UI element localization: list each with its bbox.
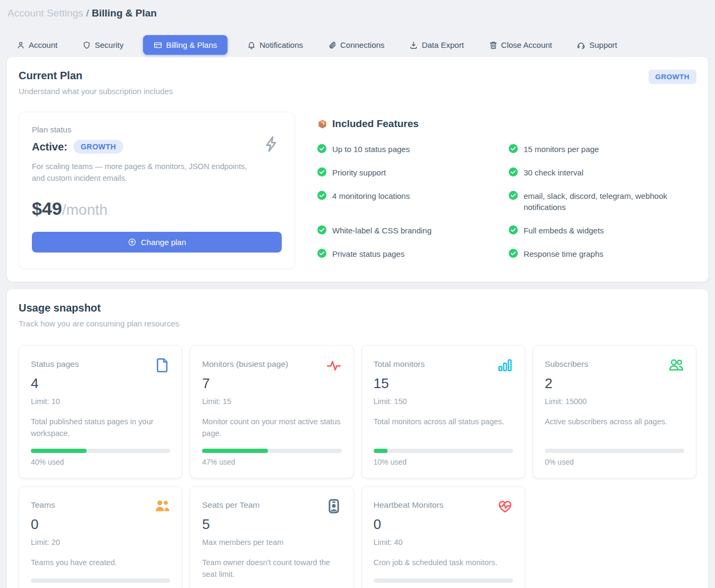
usage-card-value: 7 bbox=[202, 375, 341, 392]
tab-label: Connections bbox=[340, 40, 384, 49]
tab-account[interactable]: Account bbox=[16, 40, 57, 49]
feature-item: Priority support bbox=[317, 167, 493, 179]
usage-card-subscribers: Subscribers 2 Limit: 15000 Active subscr… bbox=[533, 345, 696, 479]
breadcrumb-separator: / bbox=[86, 7, 89, 19]
feature-item: White-label & CSS branding bbox=[317, 225, 493, 237]
check-circle-icon bbox=[317, 225, 326, 234]
usage-card-limit: Limit: 10 bbox=[31, 397, 170, 406]
tab-label: Data Export bbox=[422, 40, 464, 49]
page-title: Billing & Plan bbox=[91, 7, 156, 19]
usage-card-title: Heartbeat Monitors bbox=[374, 498, 444, 510]
feature-label: Up to 10 status pages bbox=[332, 144, 410, 155]
feature-label: 30 check interval bbox=[524, 167, 584, 179]
bar-chart-icon bbox=[497, 357, 513, 373]
check-circle-icon bbox=[509, 167, 518, 177]
feature-item: Full embeds & widgets bbox=[509, 225, 696, 237]
progress-track bbox=[545, 449, 684, 453]
usage-card-title: Teams bbox=[31, 498, 55, 510]
usage-card-description: Total monitors across all status pages. bbox=[374, 416, 513, 428]
tab-billing-plans[interactable]: Billing & Plans bbox=[143, 35, 228, 55]
progress-track bbox=[202, 449, 341, 453]
feature-label: White-label & CSS branding bbox=[332, 225, 432, 237]
change-plan-label: Change plan bbox=[141, 238, 186, 247]
badge-icon bbox=[326, 498, 342, 514]
current-plan-title: Current Plan bbox=[19, 70, 173, 82]
usage-card-limit: Limit: 15000 bbox=[545, 397, 684, 406]
check-circle-icon bbox=[509, 144, 518, 153]
check-circle-icon bbox=[509, 249, 518, 258]
breadcrumb: Account Settings / Billing & Plan bbox=[7, 6, 708, 19]
check-circle-icon bbox=[317, 167, 326, 177]
lightning-icon bbox=[263, 133, 281, 155]
plan-status-badge: GROWTH bbox=[73, 140, 124, 154]
person-icon bbox=[16, 41, 25, 49]
tab-support[interactable]: Support bbox=[577, 40, 617, 49]
feature-label: email, slack, discord, telegram, webhook… bbox=[524, 190, 696, 214]
feature-label: Full embeds & widgets bbox=[524, 225, 604, 237]
usage-card-title: Seats per Team bbox=[202, 498, 259, 510]
check-circle-icon bbox=[317, 249, 326, 258]
usage-card-monitors-busiest: Monitors (busiest page) 7 Limit: 15 Moni… bbox=[190, 345, 354, 479]
plan-badge: GROWTH bbox=[649, 70, 697, 84]
plan-status-value: Active: bbox=[32, 141, 68, 153]
circle-arrow-up-icon bbox=[128, 238, 137, 247]
usage-card-title: Subscribers bbox=[545, 357, 588, 369]
plan-status-label: Plan status bbox=[32, 125, 282, 134]
package-icon bbox=[317, 119, 327, 129]
people-outline-icon bbox=[668, 357, 684, 373]
feature-label: 15 monitors per page bbox=[524, 144, 599, 155]
tab-label: Notifications bbox=[259, 40, 303, 49]
usage-card-value: 0 bbox=[374, 516, 513, 533]
billing-page: Account Settings / Billing & Plan Accoun… bbox=[0, 0, 715, 588]
usage-card-heartbeat-monitors: Heartbeat Monitors 0 Limit: 40 Cron job … bbox=[361, 486, 525, 588]
usage-snapshot-panel: Usage snapshot Track how you are consumi… bbox=[7, 289, 708, 588]
link-icon bbox=[328, 41, 337, 49]
included-features: Included Features Up to 10 status pages … bbox=[317, 112, 696, 260]
usage-progress: 47% used bbox=[202, 439, 341, 466]
breadcrumb-section[interactable]: Account Settings bbox=[7, 7, 83, 19]
percent-used-label: 47% used bbox=[202, 458, 341, 466]
usage-progress: 0% used bbox=[374, 569, 513, 588]
usage-card-teams: Teams 0 Limit: 20 Teams you have created… bbox=[19, 486, 182, 588]
tab-notifications[interactable]: Notifications bbox=[247, 40, 303, 49]
usage-card-limit: Limit: 20 bbox=[31, 538, 170, 547]
usage-card-status-pages: Status pages 4 Limit: 10 Total published… bbox=[19, 345, 182, 479]
current-plan-panel: Current Plan Understand what your subscr… bbox=[7, 57, 708, 282]
change-plan-button[interactable]: Change plan bbox=[32, 232, 282, 253]
feature-label: Private status pages bbox=[332, 248, 405, 260]
people-filled-icon bbox=[154, 498, 170, 514]
usage-card-total-monitors: Total monitors 15 Limit: 150 Total monit… bbox=[361, 345, 525, 479]
tab-close-account[interactable]: Close Account bbox=[489, 40, 552, 49]
current-plan-subtitle: Understand what your subscription includ… bbox=[19, 87, 173, 96]
usage-progress: 0% used bbox=[31, 569, 170, 588]
usage-card-title: Status pages bbox=[31, 357, 79, 369]
feature-item: 30 check interval bbox=[509, 167, 696, 179]
activity-icon bbox=[326, 357, 342, 373]
tab-connections[interactable]: Connections bbox=[328, 40, 384, 49]
usage-card-description: Total published status pages in your wor… bbox=[31, 416, 170, 440]
tab-data-export[interactable]: Data Export bbox=[409, 40, 464, 49]
download-icon bbox=[409, 41, 418, 49]
check-circle-icon bbox=[509, 225, 518, 234]
usage-card-description: Cron job & scheduled task monitors. bbox=[374, 557, 513, 569]
tab-security[interactable]: Security bbox=[82, 40, 123, 49]
tab-label: Close Account bbox=[501, 40, 552, 49]
progress-track bbox=[31, 449, 170, 453]
usage-card-description: Monitor count on your most active status… bbox=[202, 416, 341, 440]
tab-label: Billing & Plans bbox=[166, 40, 217, 49]
feature-label: Priority support bbox=[332, 167, 386, 179]
usage-progress: 40% used bbox=[31, 439, 170, 466]
percent-used-label: 40% used bbox=[31, 458, 170, 466]
usage-grid: Status pages 4 Limit: 10 Total published… bbox=[19, 345, 696, 588]
usage-card-value: 15 bbox=[374, 375, 513, 392]
usage-card-description: Teams you have created. bbox=[31, 557, 170, 569]
usage-card-description: Team owner doesn't count toward the seat… bbox=[202, 557, 341, 581]
tab-label: Support bbox=[589, 40, 617, 49]
trash-icon bbox=[489, 41, 498, 49]
progress-track bbox=[374, 578, 513, 583]
check-circle-icon bbox=[317, 144, 326, 153]
feature-label: 4 monitoring locations bbox=[332, 190, 410, 202]
feature-item: Up to 10 status pages bbox=[317, 144, 493, 155]
headset-icon bbox=[577, 41, 585, 49]
percent-used-label: 10% used bbox=[374, 458, 513, 466]
